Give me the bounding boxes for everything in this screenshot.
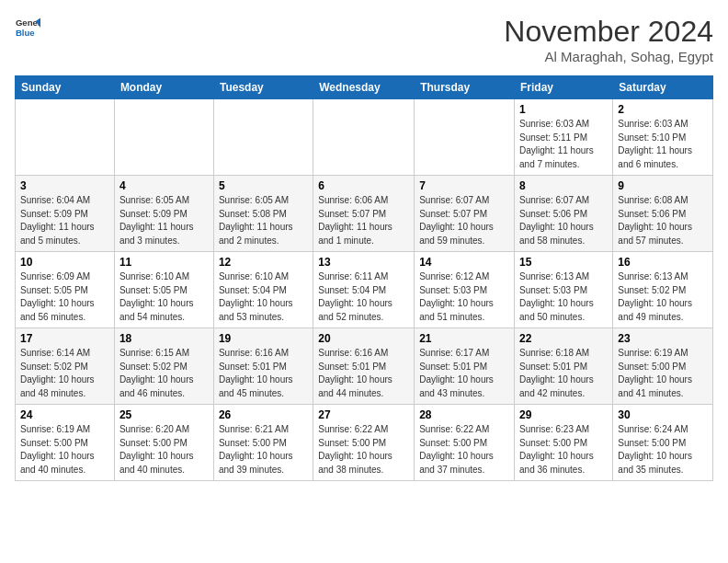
calendar-cell: 24Sunrise: 6:19 AM Sunset: 5:00 PM Dayli…	[16, 405, 115, 481]
calendar-cell: 15Sunrise: 6:13 AM Sunset: 5:03 PM Dayli…	[515, 252, 613, 328]
day-number: 5	[219, 179, 308, 192]
calendar-cell: 16Sunrise: 6:13 AM Sunset: 5:02 PM Dayli…	[613, 252, 713, 328]
calendar-cell: 8Sunrise: 6:07 AM Sunset: 5:06 PM Daylig…	[515, 176, 613, 252]
calendar-week-row: 24Sunrise: 6:19 AM Sunset: 5:00 PM Dayli…	[16, 405, 713, 481]
calendar-cell: 3Sunrise: 6:04 AM Sunset: 5:09 PM Daylig…	[16, 176, 115, 252]
day-number: 22	[519, 332, 608, 345]
calendar-cell	[114, 99, 213, 176]
calendar-cell: 30Sunrise: 6:24 AM Sunset: 5:00 PM Dayli…	[613, 405, 713, 481]
day-info: Sunrise: 6:04 AM Sunset: 5:09 PM Dayligh…	[20, 194, 109, 247]
day-number: 14	[419, 256, 509, 269]
calendar-cell	[415, 99, 515, 176]
calendar-cell: 25Sunrise: 6:20 AM Sunset: 5:00 PM Dayli…	[114, 405, 213, 481]
calendar-cell: 29Sunrise: 6:23 AM Sunset: 5:00 PM Dayli…	[515, 405, 613, 481]
svg-text:General: General	[16, 17, 40, 28]
day-number: 23	[618, 332, 708, 345]
calendar-cell: 1Sunrise: 6:03 AM Sunset: 5:11 PM Daylig…	[515, 99, 613, 176]
logo: General Blue	[15, 15, 40, 40]
day-info: Sunrise: 6:05 AM Sunset: 5:09 PM Dayligh…	[119, 194, 209, 247]
weekday-header: Saturday	[613, 76, 713, 99]
day-number: 16	[618, 256, 708, 269]
calendar-week-row: 1Sunrise: 6:03 AM Sunset: 5:11 PM Daylig…	[16, 99, 713, 176]
day-number: 29	[519, 408, 608, 421]
day-info: Sunrise: 6:23 AM Sunset: 5:00 PM Dayligh…	[519, 423, 608, 477]
calendar-cell: 5Sunrise: 6:05 AM Sunset: 5:08 PM Daylig…	[213, 176, 313, 252]
day-number: 21	[419, 332, 509, 345]
day-info: Sunrise: 6:13 AM Sunset: 5:03 PM Dayligh…	[519, 270, 608, 324]
weekday-header: Thursday	[415, 76, 515, 99]
day-info: Sunrise: 6:09 AM Sunset: 5:05 PM Dayligh…	[20, 270, 109, 324]
day-info: Sunrise: 6:22 AM Sunset: 5:00 PM Dayligh…	[419, 423, 509, 477]
day-number: 4	[119, 179, 209, 192]
day-number: 10	[20, 256, 109, 269]
day-info: Sunrise: 6:12 AM Sunset: 5:03 PM Dayligh…	[419, 270, 509, 324]
page-header: General Blue November 2024 Al Maraghah, …	[15, 15, 713, 64]
day-info: Sunrise: 6:14 AM Sunset: 5:02 PM Dayligh…	[20, 347, 109, 400]
day-info: Sunrise: 6:19 AM Sunset: 5:00 PM Dayligh…	[618, 347, 708, 400]
day-number: 2	[618, 103, 708, 116]
day-number: 11	[119, 256, 209, 269]
day-info: Sunrise: 6:11 AM Sunset: 5:04 PM Dayligh…	[318, 270, 409, 324]
day-number: 20	[318, 332, 409, 345]
day-info: Sunrise: 6:08 AM Sunset: 5:06 PM Dayligh…	[618, 194, 708, 247]
calendar-cell: 13Sunrise: 6:11 AM Sunset: 5:04 PM Dayli…	[313, 252, 415, 328]
weekday-header: Tuesday	[213, 76, 313, 99]
calendar-cell: 10Sunrise: 6:09 AM Sunset: 5:05 PM Dayli…	[16, 252, 115, 328]
day-info: Sunrise: 6:21 AM Sunset: 5:00 PM Dayligh…	[219, 423, 308, 477]
day-number: 7	[419, 179, 509, 192]
calendar-cell: 23Sunrise: 6:19 AM Sunset: 5:00 PM Dayli…	[613, 328, 713, 405]
day-number: 19	[219, 332, 308, 345]
day-number: 1	[519, 103, 608, 116]
calendar-cell	[16, 99, 115, 176]
day-info: Sunrise: 6:15 AM Sunset: 5:02 PM Dayligh…	[119, 347, 209, 400]
day-info: Sunrise: 6:03 AM Sunset: 5:11 PM Dayligh…	[519, 118, 608, 171]
calendar-cell: 4Sunrise: 6:05 AM Sunset: 5:09 PM Daylig…	[114, 176, 213, 252]
calendar-cell: 19Sunrise: 6:16 AM Sunset: 5:01 PM Dayli…	[213, 328, 313, 405]
svg-text:Blue: Blue	[16, 28, 35, 38]
calendar-header-row: SundayMondayTuesdayWednesdayThursdayFrid…	[16, 76, 713, 99]
weekday-header: Sunday	[16, 76, 115, 99]
day-number: 3	[20, 179, 109, 192]
day-info: Sunrise: 6:22 AM Sunset: 5:00 PM Dayligh…	[318, 423, 409, 477]
day-number: 12	[219, 256, 308, 269]
day-info: Sunrise: 6:06 AM Sunset: 5:07 PM Dayligh…	[318, 194, 409, 247]
logo-icon: General Blue	[15, 15, 40, 40]
day-number: 13	[318, 256, 409, 269]
day-number: 25	[119, 408, 209, 421]
day-number: 15	[519, 256, 608, 269]
day-info: Sunrise: 6:24 AM Sunset: 5:00 PM Dayligh…	[618, 423, 708, 477]
title-block: November 2024 Al Maraghah, Sohag, Egypt	[504, 15, 713, 64]
day-number: 26	[219, 408, 308, 421]
calendar-cell: 9Sunrise: 6:08 AM Sunset: 5:06 PM Daylig…	[613, 176, 713, 252]
calendar-cell: 12Sunrise: 6:10 AM Sunset: 5:04 PM Dayli…	[213, 252, 313, 328]
calendar-cell: 6Sunrise: 6:06 AM Sunset: 5:07 PM Daylig…	[313, 176, 415, 252]
day-number: 17	[20, 332, 109, 345]
location-subtitle: Al Maraghah, Sohag, Egypt	[504, 49, 713, 64]
day-info: Sunrise: 6:07 AM Sunset: 5:06 PM Dayligh…	[519, 194, 608, 247]
weekday-header: Monday	[114, 76, 213, 99]
day-number: 24	[20, 408, 109, 421]
day-number: 8	[519, 179, 608, 192]
calendar-table: SundayMondayTuesdayWednesdayThursdayFrid…	[15, 75, 713, 481]
month-title: November 2024	[504, 15, 713, 49]
calendar-cell: 28Sunrise: 6:22 AM Sunset: 5:00 PM Dayli…	[415, 405, 515, 481]
calendar-cell	[313, 99, 415, 176]
day-info: Sunrise: 6:16 AM Sunset: 5:01 PM Dayligh…	[219, 347, 308, 400]
calendar-cell: 18Sunrise: 6:15 AM Sunset: 5:02 PM Dayli…	[114, 328, 213, 405]
calendar-cell: 22Sunrise: 6:18 AM Sunset: 5:01 PM Dayli…	[515, 328, 613, 405]
calendar-week-row: 3Sunrise: 6:04 AM Sunset: 5:09 PM Daylig…	[16, 176, 713, 252]
day-info: Sunrise: 6:13 AM Sunset: 5:02 PM Dayligh…	[618, 270, 708, 324]
calendar-week-row: 10Sunrise: 6:09 AM Sunset: 5:05 PM Dayli…	[16, 252, 713, 328]
day-number: 27	[318, 408, 409, 421]
day-info: Sunrise: 6:16 AM Sunset: 5:01 PM Dayligh…	[318, 347, 409, 400]
day-info: Sunrise: 6:19 AM Sunset: 5:00 PM Dayligh…	[20, 423, 109, 477]
day-info: Sunrise: 6:07 AM Sunset: 5:07 PM Dayligh…	[419, 194, 509, 247]
calendar-cell: 11Sunrise: 6:10 AM Sunset: 5:05 PM Dayli…	[114, 252, 213, 328]
calendar-cell: 20Sunrise: 6:16 AM Sunset: 5:01 PM Dayli…	[313, 328, 415, 405]
day-info: Sunrise: 6:10 AM Sunset: 5:04 PM Dayligh…	[219, 270, 308, 324]
calendar-cell: 7Sunrise: 6:07 AM Sunset: 5:07 PM Daylig…	[415, 176, 515, 252]
weekday-header: Wednesday	[313, 76, 415, 99]
calendar-cell	[213, 99, 313, 176]
day-info: Sunrise: 6:18 AM Sunset: 5:01 PM Dayligh…	[519, 347, 608, 400]
day-info: Sunrise: 6:05 AM Sunset: 5:08 PM Dayligh…	[219, 194, 308, 247]
